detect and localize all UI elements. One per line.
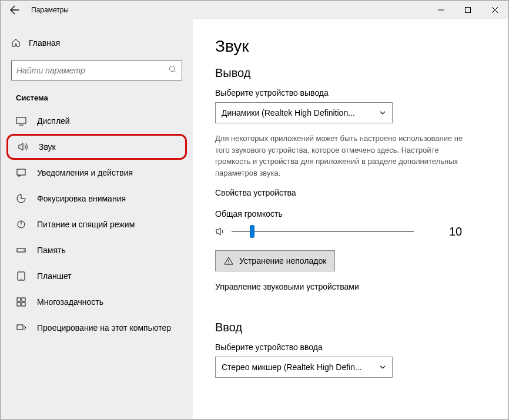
- titlebar: Параметры: [1, 1, 508, 19]
- multitasking-icon: [16, 297, 26, 307]
- back-button[interactable]: [5, 1, 24, 19]
- troubleshoot-label: Устранение неполадок: [239, 256, 326, 266]
- svg-rect-11: [17, 303, 21, 306]
- input-device-value: Стерео микшер (Realtek High Defin...: [222, 362, 362, 372]
- device-properties-link[interactable]: Свойства устройства: [215, 188, 486, 197]
- maximize-button[interactable]: [454, 1, 481, 19]
- sidebar-item-label: Память: [37, 246, 66, 255]
- display-icon: [16, 116, 26, 126]
- warning-icon: [224, 256, 233, 266]
- close-button[interactable]: [481, 1, 508, 19]
- search-box[interactable]: [11, 61, 182, 80]
- slider-thumb[interactable]: [250, 225, 254, 238]
- input-device-label: Выберите устройство ввода: [215, 342, 486, 352]
- minimize-icon: [438, 7, 444, 13]
- svg-rect-3: [17, 169, 25, 175]
- sidebar-item-label: Дисплей: [37, 116, 70, 126]
- chevron-down-icon: [379, 364, 386, 371]
- focus-icon: [16, 193, 26, 204]
- back-arrow-icon: [10, 5, 19, 15]
- output-device-value: Динамики (Realtek High Definition...: [222, 108, 355, 117]
- output-heading: Вывод: [215, 66, 486, 80]
- sidebar: Главная Система Дисплей Звук: [1, 19, 193, 419]
- sidebar-item-label: Проецирование на этот компьютер: [37, 323, 171, 332]
- project-icon: [16, 322, 26, 333]
- svg-rect-9: [17, 298, 21, 301]
- storage-icon: [16, 245, 26, 256]
- sidebar-item-label: Питание и спящий режим: [37, 220, 135, 229]
- body: Главная Система Дисплей Звук: [1, 19, 508, 419]
- slider-track-line: [232, 231, 414, 232]
- chevron-down-icon: [379, 109, 386, 116]
- volume-slider-row: 10: [215, 223, 486, 240]
- sidebar-item-projecting[interactable]: Проецирование на этот компьютер: [6, 315, 187, 341]
- sidebar-item-display[interactable]: Дисплей: [6, 108, 187, 134]
- window-title: Параметры: [31, 6, 69, 14]
- volume-value: 10: [449, 225, 462, 238]
- power-icon: [16, 219, 26, 230]
- svg-point-6: [24, 250, 25, 251]
- sidebar-item-label: Фокусировка внимания: [37, 194, 126, 203]
- volume-label: Общая громкость: [215, 209, 486, 219]
- notification-icon: [16, 167, 26, 178]
- sidebar-item-tablet[interactable]: Планшет: [6, 263, 187, 289]
- home-label: Главная: [29, 38, 60, 48]
- svg-rect-12: [22, 303, 25, 306]
- minimize-button[interactable]: [427, 1, 454, 19]
- sidebar-item-label: Уведомления и действия: [37, 168, 133, 177]
- page-title: Звук: [215, 37, 486, 56]
- svg-rect-10: [22, 298, 25, 301]
- sidebar-item-label: Планшет: [37, 271, 72, 281]
- sidebar-item-label: Звук: [39, 142, 56, 152]
- sidebar-item-sound[interactable]: Звук: [6, 134, 187, 160]
- sidebar-item-focus[interactable]: Фокусировка внимания: [6, 186, 187, 211]
- sidebar-item-power[interactable]: Питание и спящий режим: [6, 211, 187, 237]
- close-icon: [492, 7, 498, 13]
- svg-rect-13: [17, 325, 23, 330]
- output-device-select[interactable]: Динамики (Realtek High Definition...: [215, 102, 393, 123]
- input-heading: Ввод: [215, 321, 486, 334]
- nav: Дисплей Звук Уведомления и действия Фоку…: [6, 108, 187, 341]
- sound-icon: [18, 142, 28, 152]
- sidebar-item-storage[interactable]: Память: [6, 237, 187, 263]
- section-label: Система: [16, 93, 187, 102]
- troubleshoot-button[interactable]: Устранение неполадок: [215, 250, 335, 271]
- svg-point-1: [170, 66, 175, 72]
- sidebar-item-label: Многозадачность: [37, 297, 103, 307]
- home-link[interactable]: Главная: [6, 31, 187, 55]
- window-controls: [427, 1, 508, 19]
- speaker-icon: [215, 226, 226, 237]
- sidebar-item-multitasking[interactable]: Многозадачность: [6, 289, 187, 315]
- search-input[interactable]: [16, 66, 164, 75]
- main-panel: Звук Вывод Выберите устройство вывода Ди…: [193, 19, 508, 419]
- svg-rect-0: [466, 8, 471, 13]
- svg-point-14: [228, 263, 229, 263]
- svg-point-8: [21, 278, 21, 279]
- settings-window: Параметры Главная: [0, 0, 509, 420]
- svg-rect-2: [16, 117, 26, 123]
- output-device-label: Выберите устройство вывода: [215, 88, 486, 98]
- home-icon: [11, 38, 21, 48]
- manage-devices-link[interactable]: Управление звуковыми устройствами: [215, 282, 486, 291]
- input-device-select[interactable]: Стерео микшер (Realtek High Defin...: [215, 357, 393, 378]
- sidebar-item-notifications[interactable]: Уведомления и действия: [6, 160, 187, 186]
- tablet-icon: [16, 271, 26, 281]
- maximize-icon: [465, 7, 471, 13]
- output-help-text: Для некоторых приложений может быть наст…: [215, 133, 468, 179]
- volume-slider[interactable]: [232, 223, 414, 240]
- search-icon: [169, 65, 177, 76]
